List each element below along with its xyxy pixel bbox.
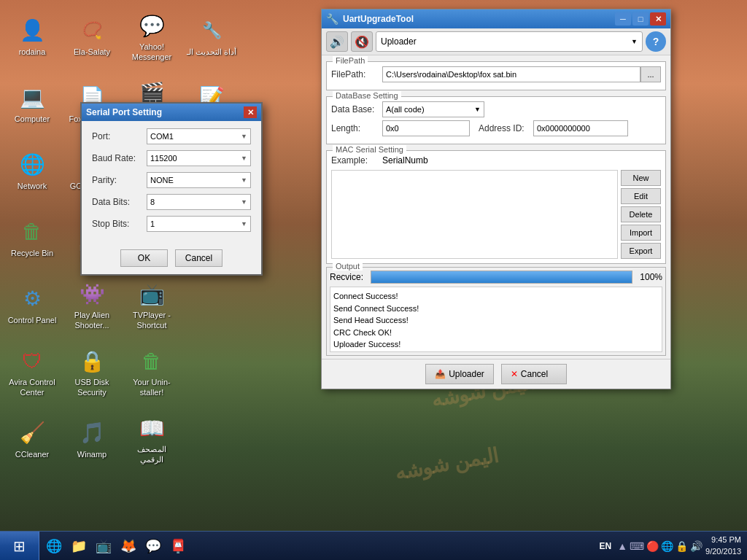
data-bits-value: 8 — [150, 198, 155, 206]
alien-shooter-icon: 👾 — [77, 279, 107, 308]
tray-network-icon[interactable]: 🔴 — [646, 540, 659, 552]
mac-example-value: SerialNumb — [382, 155, 428, 166]
desktop-icon-network[interactable]: 🌐 Network — [4, 138, 61, 203]
tray-security-icon[interactable]: 🔒 — [676, 540, 688, 552]
taskbar-explorer-icon[interactable]: 📁 — [67, 534, 90, 558]
parity-row: Parity: NONE ▼ — [92, 172, 251, 188]
address-input[interactable] — [533, 120, 628, 136]
taskbar-right: EN ▲ ⌨ 🔴 🌐 🔒 🔊 9:45 PM 9/20/2013 — [594, 532, 747, 560]
taskbar-mediaplayer-icon[interactable]: 📺 — [92, 534, 115, 558]
browse-button[interactable]: ... — [640, 66, 661, 82]
cancel-footer-icon: ✕ — [511, 369, 518, 379]
dialog-close-button[interactable]: ✕ — [244, 106, 257, 118]
database-section: DataBase Setting Data Base: A(all code) … — [326, 96, 666, 144]
tray-arrow-icon[interactable]: ▲ — [617, 540, 627, 552]
window-title-text: UartUpgradeTool — [343, 14, 615, 24]
tray-vpn-icon[interactable]: 🌐 — [661, 540, 673, 552]
progress-bar — [371, 271, 632, 284]
mode-dropdown[interactable]: Uploader ▼ — [376, 31, 643, 52]
uploader-footer-button[interactable]: 📤 Uploader — [425, 364, 494, 384]
log-line-1: Connect Success! — [333, 290, 659, 303]
tray-keyboard-icon[interactable]: ⌨ — [630, 540, 644, 552]
desktop: اليمن شوشه اليمن شوشه اليمن شوشه اليمن ش… — [0, 0, 747, 560]
desktop-icon-update-tool[interactable]: 🔧 أداة التحديث الـ — [183, 4, 240, 69]
taskbar-time: 9:45 PM — [705, 534, 741, 545]
mute-button[interactable]: 🔇 — [351, 31, 373, 52]
parity-select[interactable]: NONE ▼ — [147, 172, 251, 188]
desktop-icon-tvplayer[interactable]: 📺 TVPlayer - Shortcut — [123, 272, 180, 338]
dialog-title: Serial Port Setting — [86, 107, 244, 117]
desktop-icon-yahoo[interactable]: 💬 Yahoo! Messenger — [123, 4, 180, 69]
stopbits-chevron-icon: ▼ — [241, 220, 247, 228]
import-button[interactable]: Import — [621, 225, 661, 241]
desktop-icon-arabic-quran[interactable]: 📖 المصحف الرقمي — [123, 406, 180, 472]
taskbar-ie-icon[interactable]: 🌐 — [42, 534, 66, 558]
computer-label: Computer — [15, 114, 50, 124]
desktop-icon-your-uninstaller[interactable]: 🗑 Your Unin-staller! — [123, 339, 180, 405]
edit-button[interactable]: Edit — [621, 188, 661, 204]
window-footer: 📤 Uploader ✕ Cancel — [322, 359, 670, 389]
uart-upgrade-tool-window: 🔧 UartUpgradeTool ─ □ ✕ 🔊 🔇 Uploader ▼ ?… — [321, 9, 671, 389]
uploader-footer-label: Uploader — [449, 369, 484, 379]
baud-rate-select[interactable]: 115200 ▼ — [147, 150, 251, 166]
new-button[interactable]: New — [621, 170, 661, 186]
ela-salaty-label: Ela-Salaty — [74, 47, 110, 57]
desktop-icon-rodaina[interactable]: 👤 rodaina — [4, 4, 61, 69]
taskbar-language: EN — [600, 541, 612, 551]
desktop-icon-alien-shooter[interactable]: 👾 Play Alien Shooter... — [63, 272, 120, 338]
length-label: Length: — [331, 123, 382, 133]
length-input[interactable] — [382, 120, 470, 136]
parity-value: NONE — [150, 176, 174, 184]
arabic-quran-label: المصحف الرقمي — [126, 445, 177, 464]
port-chevron-icon: ▼ — [241, 133, 247, 140]
alien-shooter-label: Play Alien Shooter... — [66, 311, 117, 330]
baud-rate-label: Baud Rate: — [92, 153, 147, 163]
export-button[interactable]: Export — [621, 243, 661, 259]
ela-salaty-icon: 📿 — [77, 16, 107, 45]
delete-button[interactable]: Delete — [621, 206, 661, 222]
cancel-footer-button[interactable]: ✕ Cancel — [501, 364, 567, 384]
desktop-icon-recycle[interactable]: 🗑 Recycle Bin — [4, 205, 61, 271]
desktop-icon-ela-salaty[interactable]: 📿 Ela-Salaty — [63, 4, 120, 69]
desktop-icon-winamp[interactable]: 🎵 Winamp — [63, 406, 120, 472]
output-section: Output Recvice: 100% Connect Success! Se… — [326, 267, 666, 356]
window-controls: ─ □ ✕ — [615, 12, 666, 26]
desktop-icon-control-panel[interactable]: ⚙ Control Panel — [4, 272, 61, 338]
mac-serial-list[interactable] — [331, 170, 618, 259]
data-bits-select[interactable]: 8 ▼ — [147, 194, 251, 210]
taskbar-skype-icon[interactable]: 💬 — [142, 534, 165, 558]
taskbar-clock: 9:45 PM 9/20/2013 — [705, 534, 741, 557]
length-address-row: Length: Address ID: — [331, 120, 661, 136]
recycle-label: Recycle Bin — [11, 249, 53, 258]
taskbar-outlook-icon[interactable]: 📮 — [166, 534, 190, 558]
desktop-icon-usb-security[interactable]: 🔒 USB Disk Security — [63, 339, 120, 405]
stop-bits-select[interactable]: 1 ▼ — [147, 216, 251, 232]
desktop-icon-avira[interactable]: 🛡 Avira Control Center — [4, 339, 61, 405]
taskbar-quick-launch: 🌐 📁 📺 🦊 💬 📮 — [39, 532, 594, 560]
receive-label: Recvice: — [330, 272, 366, 282]
log-line-3: Send Head Success! — [333, 314, 659, 327]
progress-row: Recvice: 100% — [330, 271, 662, 284]
tray-volume-icon[interactable]: 🔊 — [690, 540, 703, 552]
dialog-ok-button[interactable]: OK — [120, 249, 168, 267]
taskbar: ⊞ 🌐 📁 📺 🦊 💬 📮 EN ▲ ⌨ 🔴 🌐 🔒 🔊 9:45 PM 9/2… — [0, 531, 747, 560]
help-button[interactable]: ? — [646, 31, 666, 52]
database-dropdown[interactable]: A(all code) ▼ — [382, 101, 484, 117]
filepath-input[interactable] — [382, 66, 640, 82]
minimize-button[interactable]: ─ — [615, 12, 631, 26]
close-button[interactable]: ✕ — [650, 12, 666, 26]
mac-example-label: Example: — [331, 155, 382, 166]
database-value: A(all code) — [386, 105, 425, 114]
winamp-label: Winamp — [77, 450, 107, 459]
speaker-button[interactable]: 🔊 — [326, 31, 348, 52]
port-select[interactable]: COM1 ▼ — [147, 128, 251, 144]
serial-port-dialog: Serial Port Setting ✕ Port: COM1 ▼ Baud … — [80, 102, 263, 276]
address-label: Address ID: — [479, 123, 533, 133]
taskbar-firefox-icon[interactable]: 🦊 — [117, 534, 140, 558]
port-label: Port: — [92, 131, 147, 141]
start-button[interactable]: ⊞ — [0, 532, 39, 561]
maximize-button[interactable]: □ — [632, 12, 649, 26]
dialog-cancel-button[interactable]: Cancel — [175, 249, 222, 267]
desktop-icon-computer[interactable]: 💻 Computer — [4, 71, 61, 136]
desktop-icon-ccleaner[interactable]: 🧹 CCleaner — [4, 406, 61, 472]
